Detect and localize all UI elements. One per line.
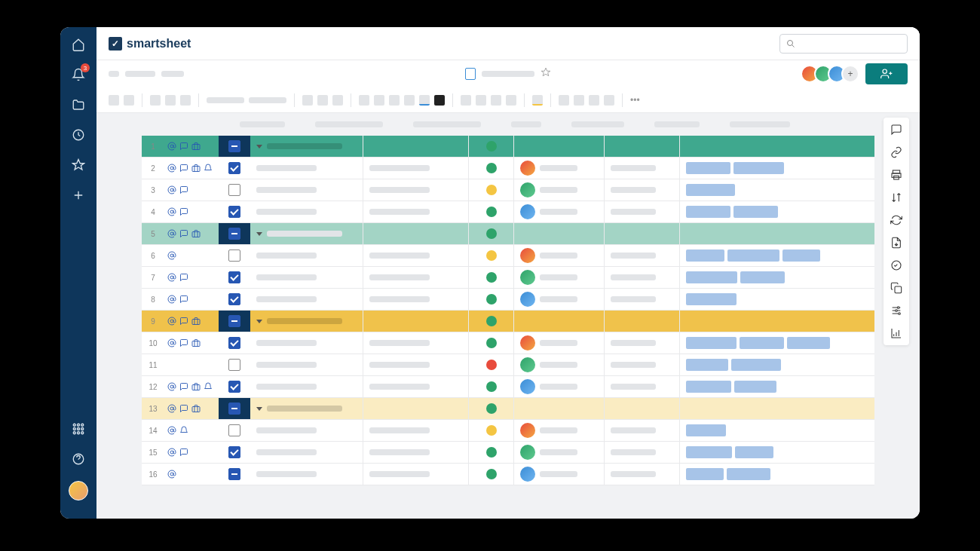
cell-status[interactable] (469, 420, 514, 441)
checkbox[interactable] (219, 468, 250, 480)
row-indicators[interactable] (164, 251, 219, 260)
row-number[interactable]: 1 (142, 142, 164, 151)
expand-caret-icon[interactable] (256, 145, 262, 148)
cell-assigned[interactable] (514, 179, 605, 201)
cell-desc[interactable] (363, 136, 469, 157)
expand-caret-icon[interactable] (256, 232, 262, 236)
tag-pill[interactable] (686, 162, 730, 174)
row-number[interactable]: 5 (142, 230, 164, 238)
toolbar-highlight-item[interactable] (532, 95, 543, 106)
checkbox[interactable] (219, 424, 250, 436)
tag-pill[interactable] (686, 184, 735, 196)
cell-desc[interactable] (363, 223, 469, 244)
table-row[interactable]: 13 (142, 398, 874, 420)
toolbar-color-item[interactable] (419, 95, 430, 106)
tag-pill[interactable] (686, 206, 730, 218)
toolbar-item[interactable] (559, 95, 569, 106)
tag-pill[interactable] (735, 446, 773, 458)
row-number[interactable]: 8 (142, 295, 164, 304)
plus-icon[interactable] (70, 187, 87, 204)
cell-task[interactable] (250, 179, 363, 201)
cell-date[interactable] (605, 136, 680, 157)
table-row[interactable]: 14 (142, 420, 874, 442)
tag-pill[interactable] (734, 381, 776, 393)
cell-tags[interactable] (680, 464, 874, 485)
cell-status[interactable] (469, 332, 514, 354)
row-indicators[interactable] (164, 338, 219, 347)
cell-task[interactable] (250, 332, 363, 354)
cell-desc[interactable] (363, 179, 469, 201)
row-indicators[interactable] (164, 382, 219, 391)
cell-status[interactable] (469, 201, 514, 222)
star-icon[interactable] (70, 157, 87, 173)
toolbar-item[interactable] (589, 95, 599, 106)
apps-icon[interactable] (70, 421, 87, 437)
cell-status[interactable] (469, 289, 514, 310)
collaborator-avatars[interactable]: + (805, 65, 859, 83)
tag-pill[interactable] (733, 206, 778, 218)
cell-desc[interactable] (363, 311, 469, 332)
cell-desc[interactable] (363, 245, 469, 266)
print-icon[interactable] (890, 169, 902, 181)
row-number[interactable]: 11 (142, 361, 164, 369)
cell-tags[interactable] (680, 398, 874, 419)
cell-assigned[interactable] (514, 223, 605, 244)
toolbar-item[interactable] (404, 95, 415, 106)
cell-status[interactable] (469, 464, 514, 485)
help-icon[interactable] (70, 451, 87, 467)
bell-icon[interactable]: 3 (70, 66, 87, 83)
tag-pill[interactable] (686, 337, 737, 349)
toolbar-item[interactable] (124, 95, 134, 106)
col-header-skel[interactable] (511, 121, 541, 127)
cell-date[interactable] (605, 376, 680, 397)
cell-date[interactable] (605, 420, 680, 441)
link-icon[interactable] (890, 146, 902, 158)
cell-task[interactable] (250, 289, 363, 310)
tag-pill[interactable] (727, 468, 770, 480)
toolbar-item[interactable] (302, 95, 313, 106)
cell-assigned[interactable] (514, 464, 605, 485)
cell-task[interactable] (250, 420, 363, 441)
cell-task[interactable] (250, 136, 363, 157)
home-icon[interactable] (70, 36, 87, 53)
cell-assigned[interactable] (514, 376, 605, 397)
toolbar-dropdown[interactable] (249, 97, 286, 103)
row-number[interactable]: 6 (142, 252, 164, 260)
cell-tags[interactable] (680, 311, 874, 332)
table-row[interactable]: 6 (142, 245, 874, 267)
toolbar-dropdown[interactable] (207, 97, 244, 103)
row-indicators[interactable] (164, 229, 219, 238)
cell-tags[interactable] (680, 442, 874, 463)
cell-desc[interactable] (363, 376, 469, 397)
search-input[interactable] (779, 34, 908, 54)
cell-status[interactable] (469, 158, 514, 179)
row-number[interactable]: 7 (142, 274, 164, 282)
cell-desc[interactable] (363, 158, 469, 179)
cell-desc[interactable] (363, 354, 469, 375)
tag-pill[interactable] (686, 446, 732, 458)
cell-tags[interactable] (680, 201, 874, 222)
checkbox[interactable] (219, 337, 250, 349)
copy-icon[interactable] (890, 282, 902, 294)
cell-date[interactable] (605, 311, 680, 332)
logo[interactable]: ✓ smartsheet (109, 37, 191, 51)
cell-tags[interactable] (680, 289, 874, 310)
cell-task[interactable] (250, 376, 363, 397)
toolbar-item[interactable] (374, 95, 384, 106)
checkbox[interactable] (219, 293, 250, 305)
share-button[interactable] (865, 63, 908, 84)
folder-icon[interactable] (70, 96, 87, 113)
cell-date[interactable] (605, 398, 680, 419)
checkbox[interactable] (219, 311, 250, 332)
cell-task[interactable] (250, 464, 363, 485)
chart-icon[interactable] (890, 327, 902, 339)
checkbox[interactable] (219, 271, 250, 283)
toolbar-item[interactable] (165, 95, 176, 106)
cell-desc[interactable] (363, 464, 469, 485)
cell-tags[interactable] (680, 420, 874, 441)
table-row[interactable]: 15 (142, 442, 874, 464)
toolbar-item[interactable] (574, 95, 584, 106)
checkbox[interactable] (219, 136, 250, 157)
checkbox[interactable] (219, 206, 250, 218)
cell-tags[interactable] (680, 179, 874, 201)
